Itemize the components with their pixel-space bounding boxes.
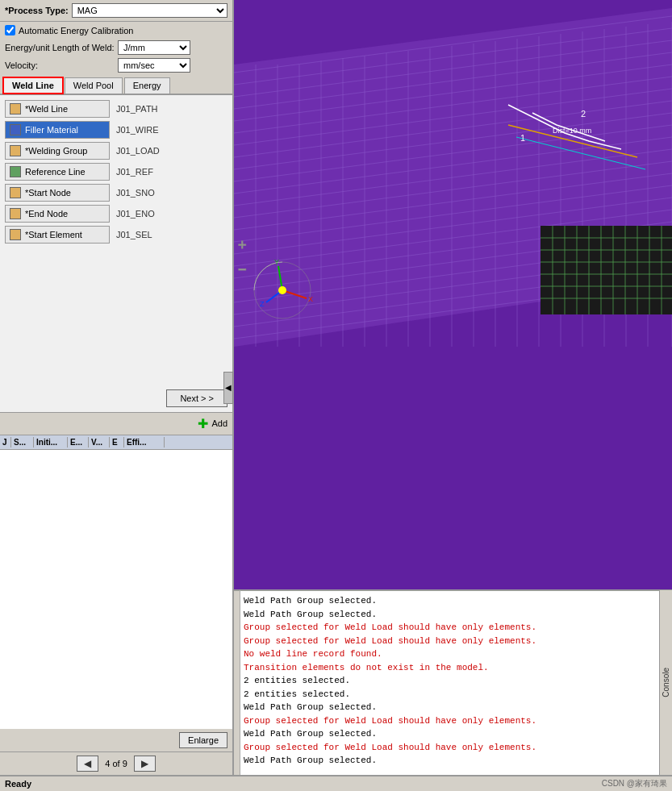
col-e2: E [110,437,124,448]
svg-rect-45 [541,226,672,314]
table-body [0,450,232,730]
add-row: ✚ Add [0,412,232,435]
console-label: Console [662,668,670,697]
console-sidebar: Console [659,589,672,775]
prev-page-button[interactable]: ◀ [77,756,98,772]
console-line: Transition elements do not exist in the … [244,661,656,675]
reference-line-btn[interactable]: Reference Line [5,163,110,181]
console-line: 2 entities selected. [244,674,656,688]
weld-line-btn[interactable]: *Weld Line [5,100,110,118]
weld-line-icon [9,102,22,115]
welding-group-icon [9,144,22,157]
3d-mesh-svg: 2 Dist=10 mm 1 X Y Z [234,0,672,347]
scroll-indicator [234,589,240,775]
start-node-btn[interactable]: *Start Node [5,184,110,202]
reference-line-icon [9,165,22,178]
console-wrapper: Weld Path Group selected.Weld Path Group… [234,589,672,775]
col-initi: Initi... [34,437,68,448]
console-line: Weld Path Group selected. [244,727,656,741]
energy-label: Energy/unit Length of Weld: [5,43,118,52]
start-element-icon [9,228,22,241]
console-panel[interactable]: Weld Path Group selected.Weld Path Group… [240,589,659,775]
console-line: Weld Path Group selected. [244,701,656,714]
energy-row: Energy/unit Length of Weld: J/mm [0,39,232,56]
console-line: No weld line record found. [244,647,656,661]
main-container: *Process Type: MAG MIG TIG Automatic Ene… [0,0,672,775]
list-item: *End Node J01_ENO [5,205,227,223]
console-line: Group selected for Weld Load should have… [244,621,656,635]
end-node-icon [9,207,22,220]
svg-text:+: + [238,237,247,253]
list-item: *Welding Group J01_LOAD [5,142,227,160]
velocity-unit-select[interactable]: mm/sec [118,58,190,73]
col-j: J [0,437,11,448]
3d-viewport[interactable]: 2 Dist=10 mm 1 X Y Z [234,0,672,589]
items-list: *Weld Line J01_PATH Filler Material J01_… [0,95,232,385]
start-node-icon [9,186,22,199]
svg-text:1: 1 [520,133,525,143]
tab-weld-line[interactable]: Weld Line [3,77,63,94]
collapse-arrow[interactable]: ◀ [223,372,233,404]
status-text: Ready [5,779,31,789]
watermark-text: CSDN @家有琦果 [602,778,667,789]
console-line: Group selected for Weld Load should have… [244,635,656,648]
velocity-label: Velocity: [5,60,118,70]
process-type-label: *Process Type: [5,6,69,15]
enlarge-button[interactable]: Enlarge [179,732,227,748]
svg-point-74 [278,286,286,294]
right-panel: 2 Dist=10 mm 1 X Y Z [234,0,672,775]
list-item: Reference Line J01_REF [5,163,227,181]
col-v: V... [89,437,110,448]
console-line: Weld Path Group selected. [244,594,656,608]
auto-energy-row: Automatic Energy Calibration [0,22,232,39]
col-effi: Effi... [124,437,165,448]
console-line: Weld Path Group selected. [244,608,656,622]
add-button[interactable]: Add [211,418,227,428]
tabs-row: Weld Line Weld Pool Energy [0,74,232,95]
auto-energy-checkbox[interactable] [5,25,15,35]
next-btn-row: Next > > [0,385,232,412]
tab-weld-pool[interactable]: Weld Pool [65,77,123,94]
tab-energy[interactable]: Energy [124,77,170,94]
filler-material-btn[interactable]: Filler Material [5,121,110,139]
welding-group-btn[interactable]: *Welding Group [5,142,110,160]
console-line: Group selected for Weld Load should have… [244,741,656,755]
process-row: *Process Type: MAG MIG TIG [0,0,232,22]
energy-unit-select[interactable]: J/mm [118,40,190,55]
svg-text:Dist=10 mm: Dist=10 mm [553,127,591,135]
auto-energy-label: Automatic Energy Calibration [19,26,133,35]
console-line: 2 entities selected. [244,688,656,701]
col-e: E... [68,437,89,448]
status-bar: Ready CSDN @家有琦果 [0,775,672,791]
left-panel: *Process Type: MAG MIG TIG Automatic Ene… [0,0,234,775]
end-node-btn[interactable]: *End Node [5,205,110,223]
svg-text:X: X [308,295,313,303]
console-line: Weld Path Group selected. [244,754,656,768]
velocity-row: Velocity: mm/sec [0,56,232,74]
start-element-btn[interactable]: *Start Element [5,226,110,244]
col-s: S... [11,437,34,448]
svg-text:2: 2 [581,109,586,119]
filler-material-icon [9,123,22,136]
table-header: J S... Initi... E... V... E Effi... [0,435,232,450]
next-button[interactable]: Next > > [166,389,227,407]
nav-row: ◀ 4 of 9 ▶ [0,751,232,775]
enlarge-row: Enlarge [0,729,232,751]
add-icon: ✚ [198,416,208,431]
svg-text:Z: Z [260,300,265,308]
console-line: Group selected for Weld Load should have… [244,714,656,728]
page-indicator: 4 of 9 [105,759,127,768]
next-page-button[interactable]: ▶ [134,756,156,772]
list-item: *Start Element J01_SEL [5,226,227,244]
list-item: Filler Material J01_WIRE [5,121,227,139]
list-item: *Start Node J01_SNO [5,184,227,202]
list-item: *Weld Line J01_PATH [5,100,227,118]
svg-text:−: − [238,261,247,277]
process-type-select[interactable]: MAG MIG TIG [72,3,227,18]
